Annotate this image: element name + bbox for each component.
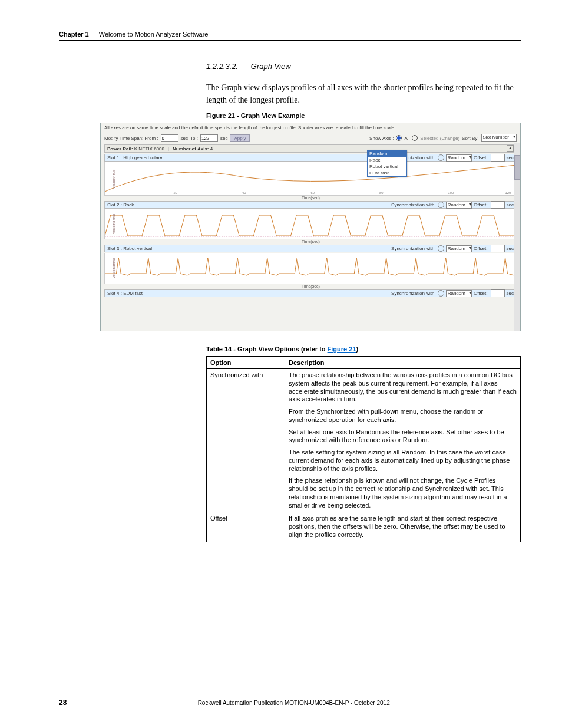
sortby-select[interactable]: Slot Number — [481, 134, 517, 142]
offset-label-2: Offset : — [474, 202, 489, 207]
offset-unit-2: sec — [507, 202, 514, 207]
svg-text:60: 60 — [311, 191, 315, 195]
slot2-graph: Velocity(m/s) Time(sec) — [104, 209, 517, 239]
options-table: Option Description Synchronized with The… — [206, 356, 521, 542]
to-unit: sec — [220, 136, 227, 141]
offset-label-3: Offset : — [474, 246, 489, 251]
offset-unit-3: sec — [507, 246, 514, 251]
slot1-xlabel: Time(sec) — [302, 196, 320, 200]
section-heading: 1.2.2.3.2. Graph View — [206, 62, 521, 71]
svg-text:100: 100 — [448, 191, 454, 195]
dd-item-edm[interactable]: EDM fast — [368, 170, 406, 176]
sortby-label: Sort By: — [462, 136, 478, 141]
offset-input-3[interactable] — [491, 245, 505, 252]
offset-input-4[interactable] — [491, 289, 505, 297]
to-input[interactable] — [200, 134, 218, 142]
sync-select-1[interactable]: Random — [446, 154, 472, 162]
show-all-radio[interactable] — [396, 135, 402, 141]
svg-text:40: 40 — [242, 191, 246, 195]
sync-select-2[interactable]: Random — [446, 202, 472, 209]
num-axis-label: Number of Axis: — [173, 146, 209, 151]
sync-label-3: Synchronization with: — [391, 246, 436, 251]
scrollbar-thumb[interactable] — [514, 155, 520, 180]
row2-option: Offset — [207, 512, 285, 542]
slot3-xlabel: Time(sec) — [302, 284, 320, 288]
to-label: To : — [190, 136, 198, 141]
table-caption: Table 14 - Graph View Options (refer to … — [206, 345, 521, 353]
offset-unit-4: sec — [507, 291, 514, 296]
row1-p5: If the phase relationship is known and w… — [289, 477, 517, 509]
slot2-xlabel: Time(sec) — [302, 239, 320, 243]
show-selected-label: Selected (Change) — [420, 136, 459, 141]
section-number: 1.2.2.3.2. — [206, 62, 238, 71]
svg-text:80: 80 — [379, 191, 384, 195]
power-rail-label: Power Rail: — [107, 146, 133, 151]
svg-text:120: 120 — [505, 191, 511, 195]
row2-desc: If all axis profiles are the same length… — [285, 512, 521, 542]
slot1-ylabel: Velocity(m/s) — [112, 169, 115, 189]
figure-caption: Figure 21 - Graph View Example — [206, 112, 521, 119]
power-rail-strip: Power Rail: KINETIX 6000 | Number of Axi… — [104, 144, 517, 153]
slot3-ylabel: Velocity(m/s) — [112, 258, 115, 278]
show-selected-radio[interactable] — [412, 135, 418, 141]
dd-item-rack[interactable]: Rack — [368, 157, 406, 163]
table-caption-prefix: Table 14 - Graph View Options (refer to — [206, 345, 328, 353]
row2-p1: If all axis profiles are the same length… — [289, 515, 517, 539]
modify-timespan-label: Modify Time Span: From : — [104, 136, 158, 141]
chapter-title: Welcome to Motion Analyzer Software — [99, 31, 209, 38]
publication-info: Rockwell Automation Publication MOTION-U… — [67, 700, 521, 706]
sync-select-4[interactable]: Random — [446, 290, 472, 297]
timespan-toolbar: Modify Time Span: From : sec To : sec Ap… — [104, 133, 517, 143]
table-caption-suffix: ) — [356, 345, 359, 353]
row1-p1: The phase relationship between the vario… — [289, 371, 517, 404]
power-rail-value: KINETIX 6000 — [134, 146, 164, 151]
slot4-label: Slot 4 : EDM fast — [107, 291, 143, 296]
offset-label-1: Offset : — [474, 155, 489, 160]
offset-unit-1: sec — [507, 155, 514, 160]
slot2-ylabel: Velocity(m/s) — [112, 214, 115, 234]
slot2-strip: Slot 2 : Rack Synchronization with: Rand… — [104, 201, 517, 209]
slot4-strip: Slot 4 : EDM fast Synchronization with: … — [104, 289, 517, 297]
show-axis-label: Show Axis : — [369, 136, 394, 141]
collapse-icon[interactable]: ▴ — [507, 145, 514, 152]
slot1-strip: Slot 1 : High geared rotary Synchronizat… — [104, 154, 517, 162]
svg-text:20: 20 — [174, 191, 178, 195]
page-footer: 28 Rockwell Automation Publication MOTIO… — [59, 699, 521, 707]
row1-p3: Set at least one axis to Random as the r… — [289, 429, 517, 445]
slot3-graph: Velocity(m/s) Time(sec) — [104, 253, 517, 284]
row1-p4: The safe setting for system sizing is al… — [289, 449, 517, 473]
offset-input-2[interactable] — [491, 201, 505, 209]
screenshot-top-note: All axes are on same time scale and the … — [104, 125, 396, 130]
sync-info-icon[interactable] — [438, 202, 444, 208]
running-header: Chapter 1 Welcome to Motion Analyzer Sof… — [59, 28, 521, 41]
page-number: 28 — [59, 699, 67, 707]
sync-label-2: Synchronization with: — [391, 202, 436, 207]
sync-label-4: Synchronization with: — [391, 291, 436, 296]
col-description: Description — [285, 357, 521, 369]
row1-option: Synchronized with — [207, 369, 285, 512]
section-title: Graph View — [251, 62, 291, 71]
from-unit: sec — [181, 136, 188, 141]
intro-paragraph: The Graph view displays profiles of all … — [206, 81, 521, 106]
offset-input-1[interactable] — [491, 154, 505, 162]
sync-dropdown-popup[interactable]: Random Rack Robot vertical EDM fast — [367, 150, 407, 177]
slot3-label: Slot 3 : Robot vertical — [107, 246, 152, 251]
row1-desc: The phase relationship between the vario… — [285, 369, 521, 512]
table-caption-link[interactable]: Figure 21 — [328, 345, 356, 353]
col-option: Option — [207, 357, 285, 369]
slot3-strip: Slot 3 : Robot vertical Synchronization … — [104, 245, 517, 252]
sync-select-3[interactable]: Random — [446, 245, 472, 252]
show-all-label: All — [404, 136, 409, 141]
slot2-label: Slot 2 : Rack — [107, 202, 134, 207]
row1-p2: From the Synchronized with pull-down men… — [289, 408, 517, 424]
num-axis-value: 4 — [210, 146, 213, 151]
sync-info-icon[interactable] — [438, 290, 444, 297]
vertical-scrollbar[interactable] — [514, 143, 520, 331]
sync-info-icon[interactable] — [438, 245, 444, 252]
from-input[interactable] — [161, 134, 178, 142]
slot1-graph: 2040 6080 100120 Velocity(m/s) Time(sec) — [104, 162, 517, 196]
sync-info-icon[interactable] — [438, 154, 444, 161]
dd-item-robot[interactable]: Robot vertical — [368, 163, 406, 170]
dd-item-random[interactable]: Random — [368, 150, 406, 157]
apply-button[interactable]: Apply — [230, 134, 250, 142]
